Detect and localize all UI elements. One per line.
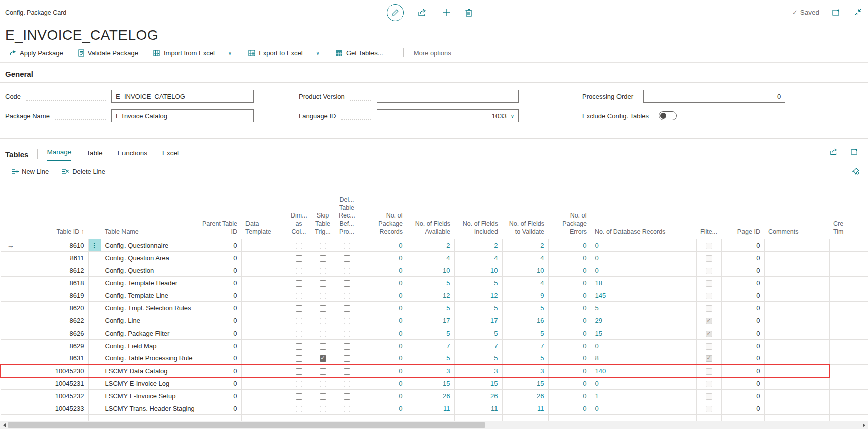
db_records-cell[interactable]: 0 xyxy=(591,340,696,352)
del_table_rec-checkbox[interactable] xyxy=(344,381,350,387)
comments-cell[interactable] xyxy=(764,239,829,252)
data_template-cell[interactable] xyxy=(241,327,287,340)
skip_table_trig-checkbox[interactable] xyxy=(320,268,326,274)
pkg_records-cell[interactable]: 0 xyxy=(359,377,407,390)
action-import-from-excel[interactable]: Import from Excel xyxy=(153,49,215,57)
col-header-pkg_errors[interactable]: No. of Package Errors xyxy=(548,195,591,239)
fields_available-cell[interactable]: 4 xyxy=(407,252,454,264)
pkg_errors-cell[interactable]: 0 xyxy=(548,352,591,365)
db_records-cell[interactable]: 29 xyxy=(591,314,696,327)
table_name-cell[interactable]: LSCMY E-Invoice Log xyxy=(101,377,194,390)
col-header-fields_to_validate[interactable]: No. of Fields to Validate xyxy=(502,195,548,239)
package-name-input[interactable]: E Invoice Catalog xyxy=(111,109,254,122)
cre_tim-cell[interactable] xyxy=(829,390,868,402)
popout-icon[interactable] xyxy=(851,148,859,156)
dim_as_col-checkbox[interactable] xyxy=(296,243,302,249)
pkg_errors-cell[interactable]: 0 xyxy=(548,365,591,377)
db_records-cell[interactable]: 0 xyxy=(591,264,696,277)
table_name-cell[interactable]: Config. Template Header xyxy=(101,277,194,289)
scrollbar-track[interactable] xyxy=(8,421,860,429)
skip_table_trig-checkbox[interactable] xyxy=(320,343,326,350)
cre_tim-cell[interactable] xyxy=(829,277,868,289)
pkg_records-cell[interactable]: 0 xyxy=(359,277,407,289)
data_template-cell[interactable] xyxy=(241,239,287,252)
table_id-cell[interactable]: 10045230 xyxy=(21,365,88,377)
col-header-table_id[interactable]: Table ID ↑ xyxy=(21,195,88,239)
table_name-cell[interactable]: Config. Question xyxy=(101,264,194,277)
fields_to_validate-cell[interactable]: 3 xyxy=(502,365,548,377)
comments-cell[interactable] xyxy=(764,289,829,302)
skip_table_trig-checkbox[interactable] xyxy=(320,293,326,299)
table_id-cell[interactable]: 8622 xyxy=(21,314,88,327)
page_id-cell[interactable]: 0 xyxy=(721,390,764,402)
tab-manage[interactable]: Manage xyxy=(47,148,71,161)
table_id-cell[interactable]: 8626 xyxy=(21,327,88,340)
comments-cell[interactable] xyxy=(764,402,829,415)
table_name-cell[interactable]: Config. Tmpl. Selection Rules xyxy=(101,302,194,314)
fields_to_validate-cell[interactable]: 4 xyxy=(502,252,548,264)
page_id-cell[interactable]: 0 xyxy=(721,340,764,352)
fields_included-cell[interactable]: 5 xyxy=(454,302,502,314)
col-header-fields_available[interactable]: No. of Fields Available xyxy=(407,195,454,239)
skip_table_trig-checkbox[interactable] xyxy=(320,381,326,387)
parent_table_id-cell[interactable]: 0 xyxy=(194,402,241,415)
col-header-data_template[interactable]: Data Template xyxy=(241,195,287,239)
del_table_rec-checkbox[interactable] xyxy=(344,368,350,375)
action-get-tables[interactable]: Get Tables... xyxy=(336,49,383,57)
fields_included-cell[interactable]: 26 xyxy=(454,390,502,402)
dim_as_col-checkbox[interactable] xyxy=(296,343,302,350)
pkg_records-cell[interactable]: 0 xyxy=(359,314,407,327)
data_template-cell[interactable] xyxy=(241,302,287,314)
table_id-cell[interactable]: 8618 xyxy=(21,277,88,289)
language-id-input[interactable]: 1033∨ xyxy=(377,109,519,122)
table_id-cell[interactable]: 8629 xyxy=(21,340,88,352)
fields_to_validate-cell[interactable]: 5 xyxy=(502,302,548,314)
fields_included-cell[interactable]: 17 xyxy=(454,314,502,327)
col-header-comments[interactable]: Comments xyxy=(764,195,829,239)
parent_table_id-cell[interactable]: 0 xyxy=(194,302,241,314)
cre_tim-cell[interactable] xyxy=(829,352,868,365)
delete-line-button[interactable]: Delete Line xyxy=(62,168,105,175)
share-icon[interactable] xyxy=(830,148,839,156)
dim_as_col-checkbox[interactable] xyxy=(296,355,302,362)
table_name-cell[interactable]: LSCMY Data Catalog xyxy=(101,365,194,377)
col-header-page_id[interactable]: Page ID xyxy=(721,195,764,239)
pkg_records-cell[interactable]: 0 xyxy=(359,390,407,402)
del_table_rec-checkbox[interactable] xyxy=(344,355,350,362)
col-header-pkg_records[interactable]: No. of Package Records xyxy=(359,195,407,239)
table_id-cell[interactable]: 8611 xyxy=(21,252,88,264)
page_id-cell[interactable]: 0 xyxy=(721,377,764,390)
data_template-cell[interactable] xyxy=(241,365,287,377)
more-options-button[interactable]: More options xyxy=(414,49,451,57)
col-header-dim_as_col[interactable]: Dim... as Col... xyxy=(287,195,311,239)
page_id-cell[interactable]: 0 xyxy=(721,327,764,340)
page_id-cell[interactable]: 0 xyxy=(721,314,764,327)
col-header-del_table_rec[interactable]: Del... Table Rec... Bef... Pro... xyxy=(335,195,359,239)
fields_included-cell[interactable]: 11 xyxy=(454,402,502,415)
breadcrumb[interactable]: Config. Package Card xyxy=(5,9,66,16)
data_template-cell[interactable] xyxy=(241,252,287,264)
col-header-filtered[interactable]: Filte... xyxy=(696,195,721,239)
page_id-cell[interactable]: 0 xyxy=(721,239,764,252)
skip_table_trig-checkbox[interactable] xyxy=(320,255,326,262)
del_table_rec-checkbox[interactable] xyxy=(344,293,350,299)
fields_available-cell[interactable]: 15 xyxy=(407,377,454,390)
dim_as_col-checkbox[interactable] xyxy=(296,331,302,337)
dim_as_col-checkbox[interactable] xyxy=(296,393,302,400)
skip_table_trig-checkbox[interactable] xyxy=(320,243,326,249)
parent_table_id-cell[interactable]: 0 xyxy=(194,352,241,365)
fields_to_validate-cell[interactable]: 7 xyxy=(502,340,548,352)
dim_as_col-checkbox[interactable] xyxy=(296,406,302,412)
pkg_errors-cell[interactable]: 0 xyxy=(548,390,591,402)
parent_table_id-cell[interactable]: 0 xyxy=(194,314,241,327)
scrollbar-thumb[interactable] xyxy=(8,422,485,428)
pkg_records-cell[interactable]: 0 xyxy=(359,340,407,352)
action-apply-package[interactable]: Apply Package xyxy=(9,49,63,57)
data_template-cell[interactable] xyxy=(241,352,287,365)
fields_included-cell[interactable]: 12 xyxy=(454,289,502,302)
col-header-parent_table_id[interactable]: Parent Table ID xyxy=(194,195,241,239)
dim_as_col-checkbox[interactable] xyxy=(296,381,302,387)
page_id-cell[interactable]: 0 xyxy=(721,352,764,365)
tab-functions[interactable]: Functions xyxy=(117,149,147,161)
parent_table_id-cell[interactable]: 0 xyxy=(194,377,241,390)
